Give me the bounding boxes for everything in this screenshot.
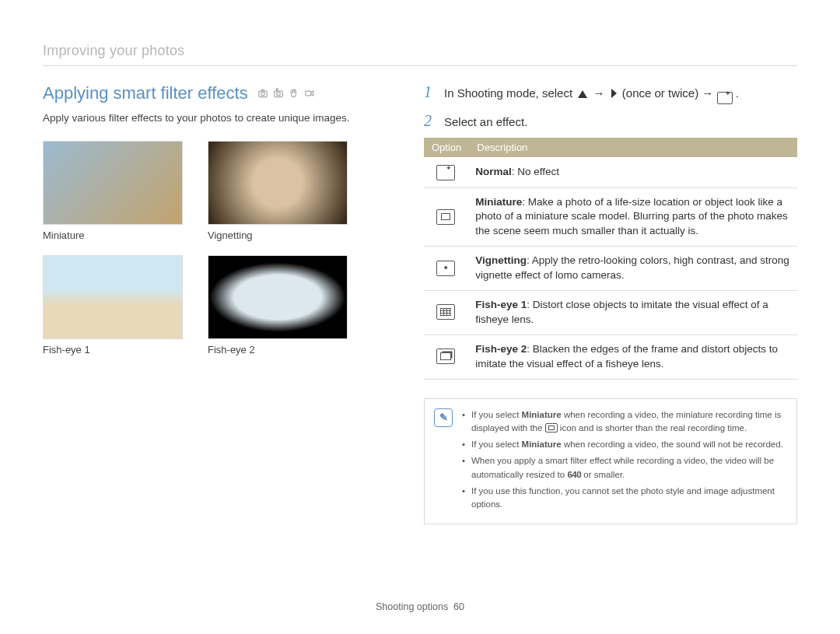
step1-arrow1: → <box>593 86 607 100</box>
normal-icon <box>436 165 455 180</box>
footer: Shooting options 60 <box>0 601 840 612</box>
table-row: Fish-eye 1: Distort close objects to imi… <box>424 291 797 335</box>
footer-section: Shooting options <box>376 601 448 612</box>
sample-fisheye2: Fish-eye 2 <box>208 255 348 356</box>
camera-p-icon: P <box>273 88 284 99</box>
step1-prefix: In Shooting mode, select <box>444 86 576 100</box>
sample-fisheye1: Fish-eye 1 <box>43 255 183 356</box>
note-box: ✎ If you select Miniature when recording… <box>424 398 797 525</box>
divider <box>43 65 797 66</box>
svg-point-3 <box>276 92 280 96</box>
mode-icons: P <box>257 88 315 99</box>
svg-point-1 <box>261 92 264 96</box>
sample-vignetting: Vignetting <box>208 141 348 241</box>
note-item: When you apply a smart filter effect whi… <box>462 454 784 482</box>
step-2: 2 Select an effect. <box>424 112 797 131</box>
hand-icon <box>289 88 299 99</box>
note-item: If you use this function, you cannot set… <box>462 485 784 512</box>
th-option: Option <box>424 138 469 157</box>
opt-title: Vignetting <box>475 254 527 266</box>
step-number: 1 <box>424 83 436 101</box>
thumbnail-fisheye2 <box>208 255 348 339</box>
fisheye2-icon <box>436 349 455 364</box>
caption-fisheye1: Fish-eye 1 <box>43 344 183 356</box>
sample-miniature: Miniature <box>43 141 183 241</box>
svg-text:P: P <box>276 88 278 92</box>
breadcrumb: Improving your photos <box>43 43 797 59</box>
th-description: Description <box>469 138 797 157</box>
res-640-icon: 640 <box>567 470 581 479</box>
miniature-icon <box>436 209 455 225</box>
step1-once: (once or twice) → <box>622 86 717 100</box>
section-title: Applying smart filter effects P <box>43 83 315 103</box>
opt-desc: : No effect <box>512 166 559 177</box>
up-arrow-icon <box>577 89 588 99</box>
fisheye1-icon <box>436 304 455 320</box>
sample-grid: Miniature Vignetting Fish-eye 1 Fish-eye… <box>43 141 377 356</box>
video-icon <box>304 88 315 99</box>
table-row: Miniature: Make a photo of a life-size l… <box>424 187 797 247</box>
note-item: If you select Miniature when recording a… <box>462 438 784 451</box>
intro-text: Apply various filter effects to your pho… <box>43 111 377 125</box>
step-number: 2 <box>424 112 436 130</box>
opt-title: Fish-eye 1 <box>475 299 527 310</box>
caption-vignetting: Vignetting <box>208 229 348 241</box>
right-chevron-icon <box>610 88 618 99</box>
svg-rect-5 <box>305 91 310 96</box>
options-table: Option Description Normal: No effect Min… <box>424 138 797 379</box>
camera-icon <box>257 88 268 99</box>
thumbnail-fisheye1 <box>43 255 183 339</box>
thumbnail-miniature <box>43 141 183 225</box>
thumbnail-vignetting <box>208 141 348 225</box>
step-2-text: Select an effect. <box>444 114 527 131</box>
opt-title: Miniature <box>475 196 522 208</box>
opt-title: Fish-eye 2 <box>475 343 527 355</box>
miniature-inline-icon <box>545 423 558 433</box>
opt-desc: : Make a photo of a life-size location o… <box>475 196 787 237</box>
footer-page: 60 <box>453 601 464 612</box>
opt-title: Normal <box>475 166 512 177</box>
step-1: 1 In Shooting mode, select → (once or tw… <box>424 83 797 104</box>
caption-miniature: Miniature <box>43 229 183 241</box>
vignetting-icon <box>436 261 455 276</box>
section-title-text: Applying smart filter effects <box>43 83 248 103</box>
caption-fisheye2: Fish-eye 2 <box>208 344 348 356</box>
table-row: Fish-eye 2: Blacken the edges of the fra… <box>424 335 797 379</box>
step1-end: . <box>736 86 739 100</box>
normal-filter-icon <box>717 92 733 104</box>
table-row: Normal: No effect <box>424 157 797 187</box>
note-icon: ✎ <box>434 408 453 427</box>
table-row: Vignetting: Apply the retro-looking colo… <box>424 247 797 291</box>
step-1-text: In Shooting mode, select → (once or twic… <box>444 85 739 104</box>
note-item: If you select Miniature when recording a… <box>462 408 784 436</box>
